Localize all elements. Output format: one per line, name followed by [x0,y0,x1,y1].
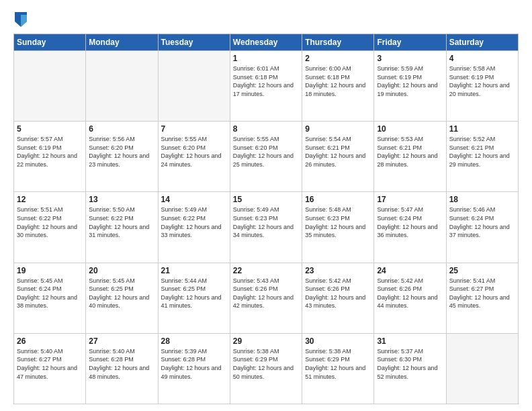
day-info: Sunrise: 5:40 AMSunset: 6:28 PMDaylight:… [89,347,154,381]
calendar-cell: 28Sunrise: 5:39 AMSunset: 6:28 PMDayligh… [158,333,230,404]
day-number: 24 [377,266,443,275]
calendar-cell [14,51,86,122]
day-number: 6 [89,124,154,134]
calendar-cell: 7Sunrise: 5:55 AMSunset: 6:20 PMDaylight… [158,122,230,192]
day-info: Sunrise: 5:47 AMSunset: 6:24 PMDaylight:… [377,205,443,239]
day-number: 29 [233,336,299,346]
day-number: 9 [305,124,371,134]
day-number: 14 [161,195,227,204]
day-info: Sunrise: 5:48 AMSunset: 6:23 PMDaylight:… [305,205,371,239]
calendar-cell: 3Sunrise: 5:59 AMSunset: 6:19 PMDaylight… [374,51,446,122]
day-info: Sunrise: 5:44 AMSunset: 6:25 PMDaylight:… [161,277,227,310]
day-info: Sunrise: 5:45 AMSunset: 6:24 PMDaylight:… [17,277,83,310]
calendar-cell [86,51,158,122]
calendar-cell: 27Sunrise: 5:40 AMSunset: 6:28 PMDayligh… [86,333,158,404]
day-number: 22 [233,266,299,275]
day-number: 13 [89,195,154,204]
day-number: 20 [89,266,154,275]
day-info: Sunrise: 5:58 AMSunset: 6:19 PMDaylight:… [449,64,515,98]
day-number: 30 [305,336,371,346]
calendar-table: SundayMondayTuesdayWednesdayThursdayFrid… [13,34,519,404]
day-info: Sunrise: 5:51 AMSunset: 6:22 PMDaylight:… [17,205,83,239]
weekday-header-sunday: Sunday [14,34,86,51]
weekday-header-wednesday: Wednesday [230,34,302,51]
weekday-header-row: SundayMondayTuesdayWednesdayThursdayFrid… [14,34,519,51]
calendar-cell: 21Sunrise: 5:44 AMSunset: 6:25 PMDayligh… [158,263,230,333]
page: SundayMondayTuesdayWednesdayThursdayFrid… [0,0,532,411]
calendar-cell: 14Sunrise: 5:49 AMSunset: 6:22 PMDayligh… [158,192,230,263]
day-info: Sunrise: 6:01 AMSunset: 6:18 PMDaylight:… [233,64,299,98]
day-info: Sunrise: 5:59 AMSunset: 6:19 PMDaylight:… [377,64,443,98]
calendar-cell: 9Sunrise: 5:54 AMSunset: 6:21 PMDaylight… [302,122,374,192]
week-row-3: 19Sunrise: 5:45 AMSunset: 6:24 PMDayligh… [14,263,519,333]
calendar-cell: 10Sunrise: 5:53 AMSunset: 6:21 PMDayligh… [374,122,446,192]
svg-marker-1 [21,15,27,27]
calendar-cell: 13Sunrise: 5:50 AMSunset: 6:22 PMDayligh… [86,192,158,263]
day-info: Sunrise: 5:39 AMSunset: 6:28 PMDaylight:… [161,347,227,381]
day-info: Sunrise: 5:50 AMSunset: 6:22 PMDaylight:… [89,205,154,239]
weekday-header-monday: Monday [86,34,158,51]
calendar-cell: 18Sunrise: 5:46 AMSunset: 6:24 PMDayligh… [446,192,518,263]
day-number: 18 [449,195,515,204]
day-info: Sunrise: 5:42 AMSunset: 6:26 PMDaylight:… [305,277,371,310]
weekday-header-friday: Friday [374,34,446,51]
weekday-header-tuesday: Tuesday [158,34,230,51]
calendar-cell: 23Sunrise: 5:42 AMSunset: 6:26 PMDayligh… [302,263,374,333]
calendar-cell: 22Sunrise: 5:43 AMSunset: 6:26 PMDayligh… [230,263,302,333]
day-info: Sunrise: 5:49 AMSunset: 6:23 PMDaylight:… [233,205,299,239]
day-number: 8 [233,124,299,134]
calendar-cell: 19Sunrise: 5:45 AMSunset: 6:24 PMDayligh… [14,263,86,333]
calendar-cell: 30Sunrise: 5:38 AMSunset: 6:29 PMDayligh… [302,333,374,404]
day-number: 15 [233,195,299,204]
day-number: 5 [17,124,83,134]
day-number: 19 [17,266,83,275]
day-number: 17 [377,195,443,204]
logo [13,12,31,27]
calendar-cell: 20Sunrise: 5:45 AMSunset: 6:25 PMDayligh… [86,263,158,333]
calendar-cell: 6Sunrise: 5:56 AMSunset: 6:20 PMDaylight… [86,122,158,192]
calendar-cell: 15Sunrise: 5:49 AMSunset: 6:23 PMDayligh… [230,192,302,263]
day-info: Sunrise: 5:53 AMSunset: 6:21 PMDaylight:… [377,135,443,169]
day-info: Sunrise: 5:55 AMSunset: 6:20 PMDaylight:… [233,135,299,169]
day-info: Sunrise: 5:55 AMSunset: 6:20 PMDaylight:… [161,135,227,169]
calendar-cell: 24Sunrise: 5:42 AMSunset: 6:26 PMDayligh… [374,263,446,333]
logo-icon [15,12,27,27]
day-number: 16 [305,195,371,204]
day-info: Sunrise: 5:54 AMSunset: 6:21 PMDaylight:… [305,135,371,169]
day-number: 12 [17,195,83,204]
day-number: 1 [233,54,299,63]
day-info: Sunrise: 5:43 AMSunset: 6:26 PMDaylight:… [233,277,299,310]
day-number: 31 [377,336,443,346]
day-number: 28 [161,336,227,346]
week-row-0: 1Sunrise: 6:01 AMSunset: 6:18 PMDaylight… [14,51,519,122]
day-number: 3 [377,54,443,63]
calendar-cell: 11Sunrise: 5:52 AMSunset: 6:21 PMDayligh… [446,122,518,192]
calendar-cell: 2Sunrise: 6:00 AMSunset: 6:18 PMDaylight… [302,51,374,122]
calendar-cell: 31Sunrise: 5:37 AMSunset: 6:30 PMDayligh… [374,333,446,404]
calendar-cell: 4Sunrise: 5:58 AMSunset: 6:19 PMDaylight… [446,51,518,122]
calendar-cell: 12Sunrise: 5:51 AMSunset: 6:22 PMDayligh… [14,192,86,263]
calendar-cell: 26Sunrise: 5:40 AMSunset: 6:27 PMDayligh… [14,333,86,404]
day-number: 23 [305,266,371,275]
day-info: Sunrise: 5:42 AMSunset: 6:26 PMDaylight:… [377,277,443,310]
day-number: 27 [89,336,154,346]
day-info: Sunrise: 5:41 AMSunset: 6:27 PMDaylight:… [449,277,515,310]
day-info: Sunrise: 5:49 AMSunset: 6:22 PMDaylight:… [161,205,227,239]
day-info: Sunrise: 5:40 AMSunset: 6:27 PMDaylight:… [17,347,83,381]
day-info: Sunrise: 5:45 AMSunset: 6:25 PMDaylight:… [89,277,154,310]
calendar-cell: 29Sunrise: 5:38 AMSunset: 6:29 PMDayligh… [230,333,302,404]
weekday-header-saturday: Saturday [446,34,518,51]
day-info: Sunrise: 5:56 AMSunset: 6:20 PMDaylight:… [89,135,154,169]
day-number: 25 [449,266,515,275]
week-row-1: 5Sunrise: 5:57 AMSunset: 6:19 PMDaylight… [14,122,519,192]
calendar-cell: 16Sunrise: 5:48 AMSunset: 6:23 PMDayligh… [302,192,374,263]
day-info: Sunrise: 6:00 AMSunset: 6:18 PMDaylight:… [305,64,371,98]
calendar-cell: 5Sunrise: 5:57 AMSunset: 6:19 PMDaylight… [14,122,86,192]
day-info: Sunrise: 5:38 AMSunset: 6:29 PMDaylight:… [233,347,299,381]
calendar-cell [158,51,230,122]
calendar-cell: 8Sunrise: 5:55 AMSunset: 6:20 PMDaylight… [230,122,302,192]
day-number: 11 [449,124,515,134]
calendar-cell [446,333,518,404]
day-info: Sunrise: 5:52 AMSunset: 6:21 PMDaylight:… [449,135,515,169]
day-number: 21 [161,266,227,275]
